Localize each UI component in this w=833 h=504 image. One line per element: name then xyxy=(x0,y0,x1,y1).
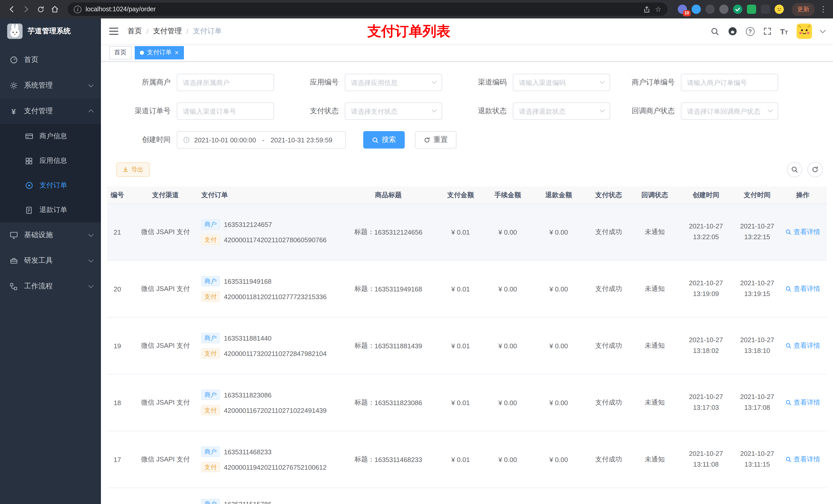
breadcrumb-section[interactable]: 支付管理 xyxy=(153,27,182,36)
browser-reload-icon[interactable] xyxy=(34,3,47,16)
logo-image xyxy=(7,24,23,39)
toggle-search-button[interactable] xyxy=(787,162,802,177)
channel-order-no-input[interactable] xyxy=(183,107,268,115)
sidebar-item-infra[interactable]: 基础设施 xyxy=(0,222,101,248)
sidebar-item-refund-order[interactable]: 退款订单 xyxy=(0,198,101,222)
screen: i localhost:1024/pay/order ☆ 10 更新 ⋮ 芋道管… xyxy=(0,0,833,504)
pay-tag: 支付 xyxy=(201,235,220,245)
url-text[interactable]: localhost:1024/pay/order xyxy=(86,6,639,13)
cell-channel: 微信 JSAPI 支付 xyxy=(138,227,193,237)
share-icon[interactable] xyxy=(643,5,651,13)
sidebar-item-system[interactable]: 系统管理 xyxy=(0,73,101,98)
extension-badge: 10 xyxy=(683,10,691,16)
avatar[interactable] xyxy=(796,24,812,39)
cell-order: 商户1635312124657 支付4200001174202110278060… xyxy=(193,217,338,247)
cell-channel: 微信 JSAPI 支付 xyxy=(138,455,193,464)
extension-check-icon[interactable] xyxy=(733,5,742,14)
collapse-sidebar-icon[interactable] xyxy=(109,28,118,35)
app-logo[interactable]: 芋道管理系统 xyxy=(0,19,101,44)
app-no-select[interactable] xyxy=(345,74,442,91)
pay-status-select-input[interactable] xyxy=(351,107,436,115)
export-button[interactable]: 导出 xyxy=(116,162,149,177)
col-header-order: 支付订单 xyxy=(193,190,338,199)
merchant-order-no-field[interactable] xyxy=(681,74,778,91)
browser-home-icon[interactable] xyxy=(48,3,62,16)
sidebar-item-workflow[interactable]: 工作流程 xyxy=(0,273,101,299)
reset-button[interactable]: 重置 xyxy=(415,131,456,148)
filter-row-3: 创建时间 2021-10-01 00:00:00 - 2021-10-31 23… xyxy=(101,131,833,148)
extension-pin-icon[interactable]: 10 xyxy=(678,5,687,14)
extension-puzzle-icon[interactable] xyxy=(761,5,770,14)
bookmark-star-icon[interactable]: ☆ xyxy=(655,5,661,13)
cell-status: 支付成功 xyxy=(584,341,633,350)
channel-code-select[interactable] xyxy=(513,74,610,91)
merchant-order-no-label: 商户订单编号 xyxy=(623,78,681,87)
github-icon[interactable] xyxy=(728,27,737,36)
view-detail-link[interactable]: 查看详情 xyxy=(785,284,820,293)
sidebar-item-devtools[interactable]: 研发工具 xyxy=(0,248,101,273)
refresh-button[interactable] xyxy=(807,162,823,177)
fullscreen-icon[interactable] xyxy=(763,27,771,35)
create-time-range[interactable]: 2021-10-01 00:00:00 - 2021-10-31 23:59:5… xyxy=(177,131,346,148)
notify-status-select[interactable] xyxy=(681,102,778,120)
extension-icon[interactable] xyxy=(719,5,729,14)
tab-home[interactable]: 首页 xyxy=(109,46,132,59)
cell-action: 查看详情 xyxy=(779,227,827,237)
pay-order-no: 4200001173202110272847982104 xyxy=(224,350,327,357)
sidebar-item-pay[interactable]: ¥ 支付管理 xyxy=(0,98,101,124)
caret-down-icon[interactable] xyxy=(820,27,826,33)
channel-order-no-field[interactable] xyxy=(177,102,274,120)
col-header-id: 编号 xyxy=(107,190,138,199)
browser-back-icon[interactable] xyxy=(5,3,19,16)
cell-create-time: 2021-10-2713:19:09 xyxy=(676,278,736,299)
sidebar-item-label: 应用信息 xyxy=(40,156,67,165)
merchant-select[interactable] xyxy=(177,74,274,91)
site-info-icon[interactable]: i xyxy=(74,5,81,13)
extension-emoji-icon[interactable] xyxy=(775,5,784,14)
search-button[interactable]: 搜索 xyxy=(363,131,405,148)
cell-fee: ¥ 0.00 xyxy=(482,399,533,406)
refund-status-select-input[interactable] xyxy=(519,107,604,115)
cell-pay-time: 2021-10-2713:19:15 xyxy=(736,278,779,299)
view-detail-link[interactable]: 查看详情 xyxy=(785,341,820,350)
tags-view: 首页 支付订单 × xyxy=(101,44,833,62)
help-icon[interactable]: ? xyxy=(746,27,754,35)
merchant-select-input[interactable] xyxy=(183,79,268,86)
browser-update-button[interactable]: 更新 xyxy=(792,3,814,16)
refund-status-select[interactable] xyxy=(513,102,610,120)
breadcrumb-separator: / xyxy=(146,27,148,35)
channel-code-input[interactable] xyxy=(519,79,604,86)
channel-code-label: 渠道编码 xyxy=(455,78,513,87)
sidebar-item-pay-order[interactable]: 支付订单 xyxy=(0,173,101,198)
font-size-icon[interactable]: TT xyxy=(780,27,788,35)
tab-pay-order[interactable]: 支付订单 × xyxy=(135,46,184,59)
cell-order: 商户1635311949168 支付4200001181202110277723… xyxy=(193,273,338,304)
col-header-pay-time: 支付时间 xyxy=(736,190,779,199)
search-icon[interactable] xyxy=(710,27,719,35)
breadcrumb-home[interactable]: 首页 xyxy=(127,27,142,36)
address-bar[interactable]: i localhost:1024/pay/order ☆ xyxy=(68,3,668,16)
pay-order-no: 4200001194202110276752100612 xyxy=(224,463,327,471)
view-detail-link[interactable]: 查看详情 xyxy=(785,455,820,464)
sidebar-item-label: 退款订单 xyxy=(40,206,67,215)
filter-row-1: 所属商户 应用编号 渠道编码 xyxy=(101,74,833,91)
gear-icon xyxy=(9,81,18,90)
extension-square-icon[interactable] xyxy=(747,5,756,14)
page-content: 所属商户 应用编号 渠道编码 xyxy=(101,62,833,504)
extension-drop-icon[interactable] xyxy=(692,5,701,14)
workflow-icon xyxy=(9,282,18,291)
close-tab-icon[interactable]: × xyxy=(175,49,178,56)
view-detail-link[interactable]: 查看详情 xyxy=(785,398,820,407)
browser-forward-icon[interactable] xyxy=(20,3,33,16)
sidebar-item-app-info[interactable]: 应用信息 xyxy=(0,148,101,173)
notify-status-select-input[interactable] xyxy=(687,107,772,115)
app-no-select-input[interactable] xyxy=(351,79,436,86)
pay-status-select[interactable] xyxy=(345,102,442,120)
extension-icon[interactable] xyxy=(706,5,715,14)
sidebar: 芋道管理系统 首页 系统管理 ¥ 支付管理 xyxy=(0,19,101,504)
view-detail-link[interactable]: 查看详情 xyxy=(785,227,820,237)
browser-menu-icon[interactable]: ⋮ xyxy=(819,5,828,14)
sidebar-item-merchant-info[interactable]: 商户信息 xyxy=(0,124,101,148)
sidebar-item-home[interactable]: 首页 xyxy=(0,47,101,73)
merchant-order-no-input[interactable] xyxy=(687,79,772,86)
